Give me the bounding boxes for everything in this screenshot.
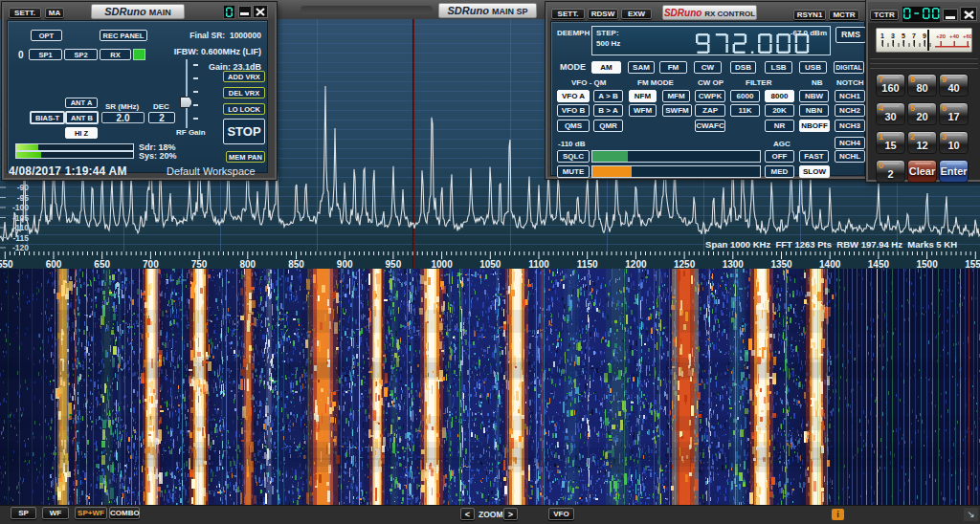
svg-text:9: 9	[923, 33, 926, 39]
svg-text:1350: 1350	[770, 259, 792, 270]
svg-text:-120: -120	[12, 243, 29, 252]
svg-text:1100: 1100	[528, 259, 549, 270]
svg-text:+60: +60	[963, 33, 972, 39]
svg-text:1400: 1400	[819, 259, 841, 270]
svg-text:-95: -95	[17, 193, 30, 203]
svg-text:750: 750	[191, 259, 208, 270]
svg-text:1000: 1000	[431, 259, 453, 270]
svg-text:1300: 1300	[723, 259, 745, 270]
svg-text:700: 700	[143, 259, 159, 270]
svg-text:1150: 1150	[577, 259, 598, 270]
svg-text:1250: 1250	[674, 259, 696, 270]
svg-text:-100: -100	[12, 203, 29, 212]
svg-text:Span 1000 KHz FFT 1263 Pts R: Span 1000 KHz FFT 1263 Pts RBW 197.94 Hz…	[705, 239, 957, 250]
svg-text:3: 3	[891, 33, 895, 39]
svg-text:-115: -115	[12, 233, 29, 243]
svg-text:-110: -110	[12, 223, 29, 232]
svg-text:5: 5	[902, 33, 905, 39]
svg-text:600: 600	[46, 259, 62, 270]
svg-text:800: 800	[239, 259, 256, 270]
svg-text:1050: 1050	[479, 259, 501, 270]
svg-text:-105: -105	[12, 213, 29, 223]
svg-text:1: 1	[880, 33, 884, 39]
svg-text:-90: -90	[17, 183, 30, 192]
svg-text:550: 550	[0, 259, 13, 270]
svg-text:1450: 1450	[868, 259, 890, 270]
svg-text:850: 850	[288, 259, 304, 270]
svg-text:1550: 1550	[965, 259, 980, 270]
svg-text:1200: 1200	[625, 259, 647, 270]
svg-text:7: 7	[912, 33, 916, 39]
svg-text:+40: +40	[949, 33, 960, 39]
svg-text:+20: +20	[936, 33, 947, 39]
svg-text:950: 950	[386, 259, 402, 270]
svg-text:650: 650	[94, 259, 110, 270]
svg-text:900: 900	[337, 259, 353, 270]
svg-text:1500: 1500	[916, 259, 938, 270]
